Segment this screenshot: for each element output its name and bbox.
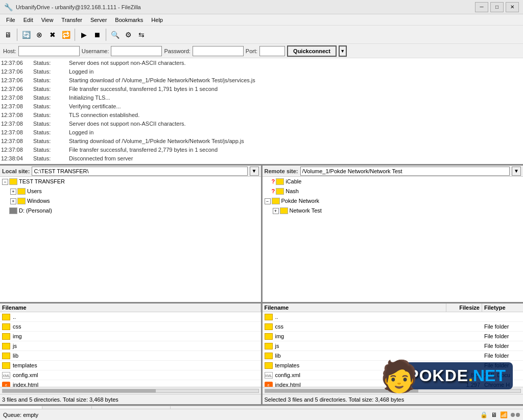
local-file-row[interactable]: .. (0, 312, 261, 322)
remote-file-row[interactable]: libFile folder (263, 351, 524, 361)
remote-file-row[interactable]: .. (263, 312, 524, 322)
local-file-row[interactable]: js (0, 341, 261, 351)
local-file-name: templates (0, 361, 261, 370)
remote-scroll-thumb (265, 389, 418, 392)
toolbar-sep3 (106, 29, 106, 41)
toolbar: 🖥 🔄 ⊗ ✖ 🔁 ▶ ⏹ 🔍 ⚙ ⇆ (0, 26, 523, 44)
host-input[interactable] (18, 46, 80, 56)
log-row: 12:37:08Status:File transfer successful,… (1, 146, 522, 154)
password-input[interactable] (193, 46, 244, 56)
menu-bookmarks[interactable]: Bookmarks (111, 16, 147, 24)
folder-icon (17, 198, 26, 204)
log-time: 12:37:06 (1, 59, 29, 67)
remote-col-filename[interactable]: Filename (263, 304, 447, 312)
toolbar-refresh[interactable]: 🔄 (20, 29, 32, 41)
menu-file[interactable]: File (2, 16, 19, 24)
local-site-path[interactable] (32, 167, 247, 176)
tree-item-local[interactable]: −TEST TRANSFER (0, 177, 261, 186)
local-file-table[interactable]: Filename ..cssimgjslibtemplatesXMLconfig… (0, 304, 261, 387)
remote-file-row[interactable]: jsFile folder (263, 341, 524, 351)
file-html-icon: e (265, 382, 273, 387)
local-file-row[interactable]: templates (0, 361, 261, 370)
remote-file-name: lib (263, 351, 447, 360)
remote-scroll-h[interactable] (263, 387, 524, 394)
toolbar-siteman[interactable]: 🖥 (2, 29, 14, 41)
local-file-row[interactable]: eindex.html (0, 380, 261, 387)
toolbar-syncbrowse[interactable]: ⇆ (135, 29, 148, 41)
expand-btn[interactable]: + (10, 198, 16, 204)
remote-col-filesize[interactable]: Filesize (446, 304, 482, 312)
local-file-row[interactable]: lib (0, 351, 261, 361)
log-panel[interactable]: 12:37:04Status:File transfer successful,… (0, 58, 523, 166)
log-msg: Server does not support non-ASCII charac… (65, 59, 522, 67)
window-controls: ─ □ ✕ (475, 2, 519, 12)
menu-help[interactable]: Help (147, 16, 167, 24)
tree-item-local[interactable]: +Users (0, 186, 261, 196)
close-button[interactable]: ✕ (506, 2, 519, 12)
remote-file-row[interactable]: cssFile folder (263, 322, 524, 332)
minimize-button[interactable]: ─ (475, 2, 488, 12)
log-msg: Logged in (65, 128, 522, 137)
log-time: 12:38:04 (1, 154, 29, 163)
menu-view[interactable]: View (37, 16, 58, 24)
username-input[interactable] (111, 46, 162, 56)
file-folder-icon (265, 343, 273, 349)
expand-btn[interactable]: − (2, 179, 8, 185)
local-file-name: js (0, 341, 261, 351)
toolbar-stopqueue[interactable]: ⏹ (91, 29, 103, 41)
menu-edit[interactable]: Edit (19, 16, 37, 24)
tree-item-remote[interactable]: ?Nash (263, 186, 524, 196)
toolbar-processqueue[interactable]: ▶ (78, 29, 90, 41)
remote-col-filetype[interactable]: Filetype (482, 304, 523, 312)
toolbar-disconnect[interactable]: ✖ (46, 29, 59, 41)
local-scroll-h[interactable] (0, 387, 261, 394)
local-file-row[interactable]: img (0, 332, 261, 341)
remote-file-row[interactable]: XMLconfig.xml829XML Docu (263, 370, 524, 380)
menu-server[interactable]: Server (86, 16, 111, 24)
tree-item-local[interactable]: +Windows (0, 196, 261, 206)
log-row: 12:37:08Status:TLS connection establishe… (1, 111, 522, 120)
local-file-row[interactable]: XMLconfig.xml (0, 370, 261, 380)
host-label: Host: (3, 48, 16, 54)
local-col-filename[interactable]: Filename (0, 304, 261, 312)
quickconnect-dropdown[interactable]: ▼ (339, 45, 347, 57)
tree-item-label: D: (Personal) (19, 206, 52, 215)
log-msg: Initializing TLS... (65, 94, 522, 102)
local-file-row[interactable]: css (0, 322, 261, 332)
file-folder-icon (2, 333, 10, 340)
remote-file-table[interactable]: Filename Filesize Filetype ..cssFile fol… (263, 304, 524, 387)
log-label: Status: (29, 59, 65, 67)
remote-file-row[interactable]: imgFile folder (263, 332, 524, 341)
log-row: 12:37:06Status:Starting download of /Vol… (1, 76, 522, 85)
file-panels: Filename ..cssimgjslibtemplatesXMLconfig… (0, 304, 523, 406)
remote-site-browse[interactable]: ▼ (512, 167, 521, 176)
remote-file-size: 829 (446, 370, 482, 380)
local-site-browse[interactable]: ▼ (250, 167, 259, 176)
expand-btn[interactable]: − (265, 198, 271, 204)
expand-btn[interactable]: + (10, 189, 16, 195)
log-msg: Starting download of /Volume_1/Pokde Net… (65, 137, 522, 146)
toolbar-abort[interactable]: ⊗ (33, 29, 45, 41)
toolbar-search[interactable]: 🔍 (109, 29, 121, 41)
quickconnect-button[interactable]: Quickconnect (287, 45, 337, 57)
remote-site-path[interactable] (300, 167, 510, 176)
log-msg: Starting download of /Volume_1/Pokde Net… (65, 76, 522, 85)
local-tree[interactable]: −TEST TRANSFER+Users+WindowsD: (Personal… (0, 177, 261, 302)
remote-file-row[interactable]: eindex.html1,297Chrome H (263, 380, 524, 387)
tree-item-label: iCable (286, 177, 301, 186)
window-title: UrbanifyDrive - urbanify@192.168.1.111 -… (16, 4, 141, 10)
port-input[interactable] (259, 46, 285, 56)
log-row: 12:38:04Status:Disconnected from server (1, 154, 522, 163)
maximize-button[interactable]: □ (490, 2, 504, 12)
toolbar-filter[interactable]: ⚙ (122, 29, 134, 41)
log-label: Status: (29, 102, 65, 111)
tree-item-remote[interactable]: −Pokde Network (263, 196, 524, 206)
tree-item-local[interactable]: D: (Personal) (0, 206, 261, 216)
tree-item-remote[interactable]: ?iCable (263, 177, 524, 186)
remote-file-row[interactable]: templatesFile folder (263, 361, 524, 370)
tree-item-remote[interactable]: +Network Test (263, 206, 524, 216)
menu-transfer[interactable]: Transfer (57, 16, 86, 24)
remote-tree[interactable]: ?iCable?Nash−Pokde Network+Network Test (263, 177, 524, 302)
expand-btn[interactable]: + (273, 208, 279, 214)
toolbar-reconnect[interactable]: 🔁 (60, 29, 72, 41)
